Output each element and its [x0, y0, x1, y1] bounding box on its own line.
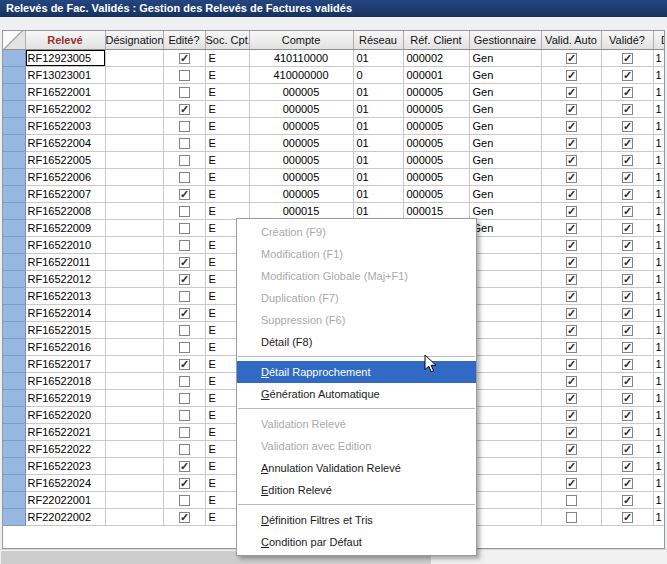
cell-da[interactable]: 1: [653, 355, 665, 372]
checkbox-valide[interactable]: [622, 223, 633, 234]
cell-gestionnaire[interactable]: Gen: [469, 151, 541, 168]
checkbox-edite[interactable]: [179, 53, 190, 64]
cell-releve[interactable]: RF16522004: [25, 134, 105, 151]
row-selector[interactable]: [3, 287, 25, 304]
checkbox-valide[interactable]: [622, 512, 633, 523]
cell-valid_auto[interactable]: [541, 270, 601, 287]
checkbox-valide[interactable]: [622, 478, 633, 489]
checkbox-edite[interactable]: [179, 410, 190, 421]
checkbox-valide[interactable]: [622, 138, 633, 149]
menu-item-definition-filtres-et-tris[interactable]: Définition Filtres et Tris: [237, 509, 476, 531]
column-header-releve[interactable]: Relevé: [25, 31, 105, 49]
window-titlebar[interactable]: Relevés de Fac. Validés : Gestion des Re…: [0, 0, 667, 17]
cell-designation[interactable]: [105, 355, 163, 372]
cell-edite[interactable]: [163, 321, 205, 338]
row-selector[interactable]: [3, 321, 25, 338]
cell-gestionnaire[interactable]: [469, 457, 541, 474]
cell-reseau[interactable]: 01: [353, 100, 403, 117]
cell-edite[interactable]: [163, 338, 205, 355]
cell-valid_auto[interactable]: [541, 423, 601, 440]
cell-designation[interactable]: [105, 389, 163, 406]
cell-valide[interactable]: [601, 287, 653, 304]
column-header-gestionnaire[interactable]: Gestionnaire: [469, 31, 541, 49]
checkbox-valide[interactable]: [622, 240, 633, 251]
cell-edite[interactable]: [163, 355, 205, 372]
column-header-edite[interactable]: Edité?: [163, 31, 205, 49]
cell-da[interactable]: 1: [653, 236, 665, 253]
cell-da[interactable]: 1: [653, 219, 665, 236]
cell-releve[interactable]: RF16522006: [25, 168, 105, 185]
cell-gestionnaire[interactable]: [469, 474, 541, 491]
cell-designation[interactable]: [105, 202, 163, 219]
row-selector[interactable]: [3, 100, 25, 117]
checkbox-valid_auto[interactable]: [566, 206, 577, 217]
cell-releve[interactable]: RF16522009: [25, 219, 105, 236]
cell-designation[interactable]: [105, 474, 163, 491]
cell-releve[interactable]: RF22022002: [25, 508, 105, 525]
cell-releve[interactable]: RF16522001: [25, 83, 105, 100]
row-selector[interactable]: [3, 491, 25, 508]
row-selector[interactable]: [3, 134, 25, 151]
cell-valid_auto[interactable]: [541, 287, 601, 304]
checkbox-edite[interactable]: [179, 155, 190, 166]
cell-edite[interactable]: [163, 66, 205, 83]
checkbox-valide[interactable]: [622, 70, 633, 81]
cell-gestionnaire[interactable]: [469, 423, 541, 440]
cell-valid_auto[interactable]: [541, 253, 601, 270]
cell-da[interactable]: 1: [653, 389, 665, 406]
checkbox-edite[interactable]: [179, 291, 190, 302]
column-header-da[interactable]: Da: [653, 31, 665, 49]
cell-valide[interactable]: [601, 304, 653, 321]
row-selector[interactable]: [3, 151, 25, 168]
cell-valide[interactable]: [601, 219, 653, 236]
cell-valide[interactable]: [601, 508, 653, 525]
cell-releve[interactable]: RF16522022: [25, 440, 105, 457]
cell-releve[interactable]: RF16522024: [25, 474, 105, 491]
checkbox-valide[interactable]: [622, 291, 633, 302]
cell-gestionnaire[interactable]: Gen: [469, 185, 541, 202]
cell-soc[interactable]: E: [205, 185, 249, 202]
cell-edite[interactable]: [163, 185, 205, 202]
cell-valide[interactable]: [601, 151, 653, 168]
cell-releve[interactable]: RF16522003: [25, 117, 105, 134]
checkbox-valide[interactable]: [622, 87, 633, 98]
checkbox-valid_auto[interactable]: [566, 223, 577, 234]
cell-valid_auto[interactable]: [541, 304, 601, 321]
cell-releve[interactable]: RF16522021: [25, 423, 105, 440]
checkbox-edite[interactable]: [179, 325, 190, 336]
cell-ref_client[interactable]: 000005: [403, 168, 469, 185]
checkbox-valid_auto[interactable]: [566, 478, 577, 489]
cell-releve[interactable]: RF16522019: [25, 389, 105, 406]
cell-gestionnaire[interactable]: Gen: [469, 117, 541, 134]
cell-da[interactable]: 1: [653, 270, 665, 287]
cell-ref_client[interactable]: 000002: [403, 49, 469, 66]
row-selector[interactable]: [3, 66, 25, 83]
cell-reseau[interactable]: 01: [353, 151, 403, 168]
checkbox-valide[interactable]: [622, 410, 633, 421]
checkbox-edite[interactable]: [179, 376, 190, 387]
cell-gestionnaire[interactable]: [469, 372, 541, 389]
cell-gestionnaire[interactable]: Gen: [469, 49, 541, 66]
cell-da[interactable]: 1: [653, 49, 665, 66]
checkbox-edite[interactable]: [179, 121, 190, 132]
cell-da[interactable]: 1: [653, 406, 665, 423]
checkbox-valide[interactable]: [622, 104, 633, 115]
checkbox-valid_auto[interactable]: [566, 512, 577, 523]
cell-edite[interactable]: [163, 491, 205, 508]
checkbox-edite[interactable]: [179, 393, 190, 404]
cell-valide[interactable]: [601, 66, 653, 83]
cell-releve[interactable]: RF16522007: [25, 185, 105, 202]
cell-designation[interactable]: [105, 423, 163, 440]
checkbox-valid_auto[interactable]: [566, 427, 577, 438]
row-selector[interactable]: [3, 355, 25, 372]
checkbox-edite[interactable]: [179, 427, 190, 438]
cell-da[interactable]: 1: [653, 83, 665, 100]
cell-valid_auto[interactable]: [541, 338, 601, 355]
cell-releve[interactable]: RF16522020: [25, 406, 105, 423]
checkbox-valid_auto[interactable]: [566, 172, 577, 183]
checkbox-valid_auto[interactable]: [566, 70, 577, 81]
cell-ref_client[interactable]: 000005: [403, 185, 469, 202]
checkbox-valid_auto[interactable]: [566, 104, 577, 115]
cell-designation[interactable]: [105, 287, 163, 304]
checkbox-edite[interactable]: [179, 444, 190, 455]
